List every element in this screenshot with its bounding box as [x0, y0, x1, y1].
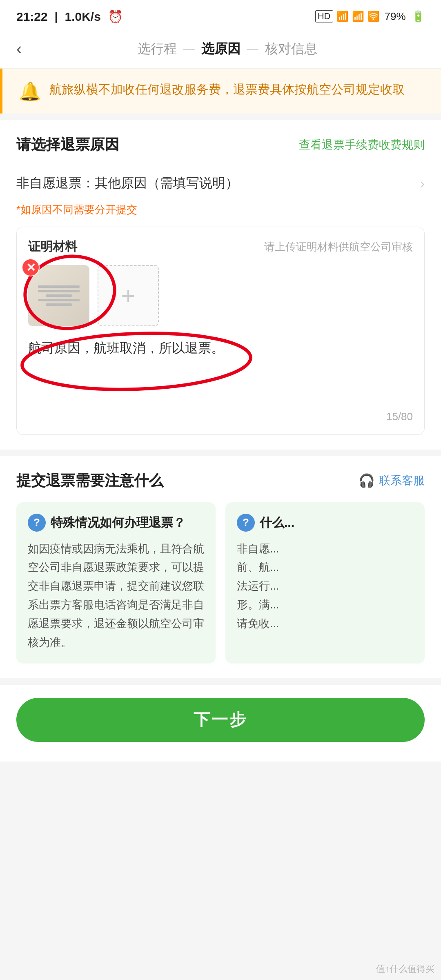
- proof-hint: 请上传证明材料供航空公司审核: [264, 240, 413, 254]
- signal-indicators: HD 📶 📶 🛜: [315, 10, 380, 22]
- status-right: HD 📶 📶 🛜 79% 🔋: [315, 10, 425, 23]
- step-1-label: 选行程: [138, 40, 177, 58]
- reason-section-header: 请选择退票原因 查看退票手续费收费规则: [16, 135, 425, 155]
- battery-indicator: 79% 🔋: [385, 10, 425, 23]
- proof-header: 证明材料 请上传证明材料供航空公司审核: [28, 238, 413, 255]
- headset-icon: 🎧: [359, 473, 375, 488]
- faq-card-2-header: ? 什么...: [237, 514, 413, 532]
- bell-icon: 🔔: [19, 81, 41, 102]
- doc-line-2: [38, 290, 80, 292]
- char-count: 15/80: [28, 410, 413, 423]
- header-nav: ‹ 选行程 — 选原因 — 核对信息: [0, 29, 441, 69]
- notice-banner: 🔔 航旅纵横不加收任何退改服务费，退票费具体按航空公司规定收取: [0, 69, 441, 114]
- wifi-icon: 📶: [352, 11, 364, 22]
- add-image-button[interactable]: +: [98, 265, 159, 326]
- info-title: 提交退票需要注意什么: [16, 471, 163, 491]
- faq-cards: ? 特殊情况如何办理退票？ 如因疫情或因病无法乘机，且符合航空公司非自愿退票政策…: [16, 502, 425, 664]
- remove-image-button[interactable]: ✕: [22, 258, 40, 276]
- proof-title: 证明材料: [28, 238, 77, 255]
- reason-textarea[interactable]: [28, 338, 413, 401]
- faq-card-1: ? 特殊情况如何办理退票？ 如因疫情或因病无法乘机，且符合航空公司非自愿退票政策…: [16, 502, 216, 664]
- next-button[interactable]: 下一步: [16, 698, 425, 742]
- reason-arrow-icon: ›: [420, 176, 425, 191]
- proof-section: 证明材料 请上传证明材料供航空公司审核 ✕ +: [16, 227, 425, 435]
- status-time: 21:22 | 1.0K/s ⏰: [16, 9, 123, 24]
- bottom-area: 下一步: [0, 685, 441, 762]
- main-content: 请选择退票原因 查看退票手续费收费规则 非自愿退票：其他原因（需填写说明） › …: [0, 120, 441, 450]
- alarm-icon: ⏰: [108, 10, 123, 23]
- contact-label: 联系客服: [379, 473, 425, 488]
- doc-line-3: [46, 294, 72, 297]
- breadcrumb: 选行程 — 选原因 — 核对信息: [30, 40, 425, 58]
- wifi-signal-icon: 🛜: [368, 11, 380, 22]
- info-section-header: 提交退票需要注意什么 🎧 联系客服: [16, 471, 425, 491]
- doc-line-4: [38, 299, 80, 301]
- fee-rules-link[interactable]: 查看退票手续费收费规则: [299, 137, 425, 153]
- faq-card-2: ? 什么... 非自愿...前、航...法运行...形。满...请免收...: [225, 502, 425, 664]
- faq-q-icon-1: ?: [28, 514, 46, 532]
- step-3-label: 核对信息: [265, 40, 317, 58]
- back-button[interactable]: ‹: [16, 40, 22, 58]
- faq-card-1-header: ? 特殊情况如何办理退票？: [28, 514, 204, 532]
- faq-content-1: 如因疫情或因病无法乘机，且符合航空公司非自愿退票政策要求，可以提交非自愿退票申请…: [28, 540, 204, 652]
- status-bar: 21:22 | 1.0K/s ⏰ HD 📶 📶 🛜 79% 🔋: [0, 0, 441, 29]
- contact-service-button[interactable]: 🎧 联系客服: [359, 473, 425, 488]
- reason-sub-note: *如原因不同需要分开提交: [16, 203, 425, 217]
- notice-text: 航旅纵横不加收任何退改服务费，退票费具体按航空公司规定收取: [49, 80, 405, 98]
- sep-1: —: [183, 42, 195, 56]
- doc-line-5: [46, 303, 72, 306]
- reason-row[interactable]: 非自愿退票：其他原因（需填写说明） ›: [16, 168, 425, 199]
- proof-images-row: ✕ +: [28, 265, 413, 326]
- hd-badge: HD: [315, 10, 333, 22]
- reason-label-text: 非自愿退票：其他原因（需填写说明）: [16, 174, 238, 192]
- sep-2: —: [247, 42, 258, 56]
- faq-q-icon-2: ?: [237, 514, 255, 532]
- step-2-label: 选原因: [201, 40, 241, 58]
- faq-question-1: 特殊情况如何办理退票？: [51, 514, 185, 531]
- signal-icon: 📶: [336, 11, 349, 22]
- faq-question-2: 什么...: [260, 514, 294, 531]
- doc-line-1: [38, 285, 80, 288]
- faq-content-2: 非自愿...前、航...法运行...形。满...请免收...: [237, 540, 413, 633]
- text-area-wrap: 15/80: [28, 338, 413, 423]
- reason-section-title: 请选择退票原因: [16, 135, 119, 155]
- uploaded-image: [28, 265, 89, 326]
- info-section: 提交退票需要注意什么 🎧 联系客服 ? 特殊情况如何办理退票？ 如因疫情或因病无…: [0, 456, 441, 678]
- watermark: 值↑什么值得买: [376, 963, 434, 975]
- uploaded-image-wrap: ✕: [28, 265, 89, 326]
- doc-preview: [29, 265, 89, 326]
